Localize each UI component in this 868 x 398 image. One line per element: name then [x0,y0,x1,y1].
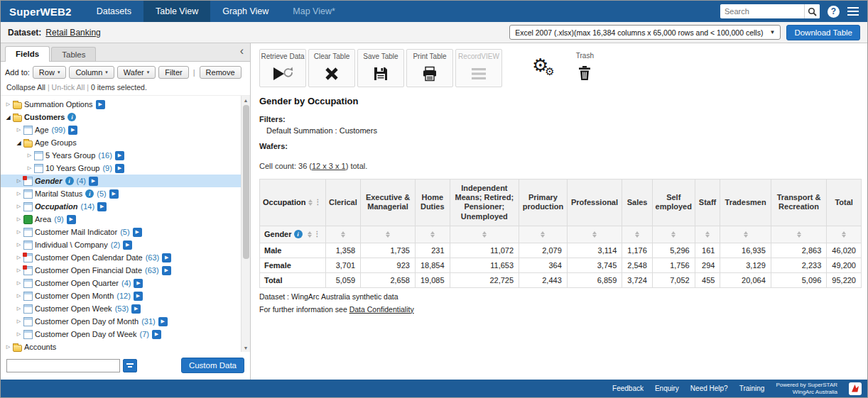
scrollbar-thumb[interactable] [243,105,249,259]
remove-button[interactable]: Remove [200,66,242,79]
column-sort-cell[interactable] [325,226,361,243]
open-field-icon[interactable]: ▶ [89,177,98,186]
open-field-icon[interactable]: ▶ [152,330,161,339]
open-field-icon[interactable]: ▶ [97,202,107,211]
app-logo[interactable]: SuperWEB2 [1,6,85,18]
column-header-home-duties[interactable]: Home Duties [415,179,450,226]
tree-item-label[interactable]: Summation Options [24,100,93,109]
field-filter-button[interactable] [123,359,137,372]
open-field-icon[interactable]: ▶ [158,317,168,326]
expand-icon[interactable]: ▷ [14,293,23,299]
open-field-icon[interactable]: ▶ [96,100,105,109]
open-field-icon[interactable]: ▶ [162,266,171,275]
open-field-icon[interactable]: ▶ [115,151,124,160]
open-field-icon[interactable]: ▶ [68,126,77,135]
tree-item-label[interactable]: Occupation [35,202,78,211]
tree-item-label[interactable]: Customer Open Day of Month [35,317,139,326]
tree-item-customer-open-day-of-week[interactable]: ▷Customer Open Day of Week(7)▶ [1,328,241,341]
tree-item-label[interactable]: Age [35,126,49,134]
scroll-up-icon[interactable]: ▲ [244,96,249,104]
addto-row-button[interactable]: Row▾ [33,66,67,79]
dataset-name-link[interactable]: Retail Banking [45,28,100,38]
table-options-button[interactable]: ⚙ ⚙ [532,49,555,87]
tree-item-age-groups[interactable]: ◢Age Groups [1,136,241,149]
row-header-total[interactable]: Total [260,272,326,287]
tree-item-label[interactable]: Customer Open Week [35,304,112,313]
column-header-transport-recreation[interactable]: Transport & Recreation [771,179,827,226]
tree-item-5-years-group[interactable]: ▷5 Years Group(16)▶ [1,149,241,162]
expand-icon[interactable]: ▷ [14,127,23,133]
tree-item-individual-company[interactable]: ▷Individual \ Company(2)▶ [1,238,241,251]
sort-icon[interactable] [744,231,748,238]
tree-item-age[interactable]: ▷Age(99)▶ [1,123,241,136]
tree-item-accounts[interactable]: ▷Accounts [1,341,241,352]
footer-link-feedback[interactable]: Feedback [612,385,644,392]
sort-icon[interactable] [541,231,545,238]
sort-icon[interactable] [308,199,313,206]
expand-icon[interactable]: ▷ [14,280,23,286]
column-sort-cell[interactable] [450,226,519,243]
menu-dots-icon[interactable]: ⋮ [314,231,321,238]
menu-icon[interactable] [847,7,859,16]
tree-item-label[interactable]: 5 Years Group [45,151,95,160]
tree-item-customer-mail-indicator[interactable]: ▷Customer Mail Indicator(5)▶ [1,226,241,238]
expand-icon[interactable]: ▷ [25,165,34,171]
tree-item-label[interactable]: Area [35,215,51,223]
expand-icon[interactable]: ▷ [4,101,13,107]
tree-item-label[interactable]: Marital Status [35,189,82,198]
expand-icon[interactable]: ▷ [14,204,23,209]
tree-item-customer-open-month[interactable]: ▷Customer Open Month(12)▶ [1,289,241,302]
column-sort-cell[interactable] [567,226,622,243]
tree-item-label[interactable]: Customers [24,113,65,121]
data-confidentiality-link[interactable]: Data Confidentiality [349,305,414,314]
column-header-staff[interactable]: Staff [695,179,720,226]
open-field-icon[interactable]: ▶ [133,228,142,237]
untick-all-link[interactable]: Un-tick All [52,83,85,92]
expand-icon[interactable]: ▷ [14,242,23,248]
retrieve-data-button[interactable]: Retrieve Data [259,49,306,87]
wingarc-logo[interactable] [849,382,862,395]
column-sort-cell[interactable] [361,226,416,243]
save-table-button[interactable]: Save Table [357,49,404,87]
footer-link-training[interactable]: Training [739,385,765,392]
column-header-tradesmen[interactable]: Tradesmen [720,179,771,226]
open-field-icon[interactable]: ▶ [131,304,141,314]
tree-item-customer-open-calendar-date[interactable]: ▷Customer Open Calendar Date(63)▶ [1,251,241,264]
clear-table-button[interactable]: Clear Table [308,49,355,87]
row-field-gender[interactable]: Genderi⋮ [260,226,326,243]
sort-icon[interactable] [430,231,435,238]
collapse-icon[interactable]: ◢ [4,114,13,121]
expand-icon[interactable]: ▷ [14,191,23,197]
tree-item-area[interactable]: ▷Area(9)▶ [1,213,241,226]
sort-icon[interactable] [482,231,487,238]
tab-tables[interactable]: Tables [51,47,96,61]
column-sort-cell[interactable] [695,226,720,243]
info-icon[interactable]: i [85,189,94,198]
nav-tab-graph-view[interactable]: Graph View [210,1,281,22]
column-sort-cell[interactable] [771,226,827,243]
scroll-down-icon[interactable]: ▼ [244,343,249,352]
tree-item-customer-open-financial-date[interactable]: ▷Customer Open Financial Date(63)▶ [1,264,241,277]
column-sort-cell[interactable] [827,226,862,243]
tree-item-customer-open-week[interactable]: ▷Customer Open Week(53)▶ [1,302,241,315]
search-input[interactable] [720,5,804,18]
tree-scrollbar[interactable]: ▲ ▼ [241,96,250,352]
nav-tab-table-view[interactable]: Table View [143,1,210,22]
footer-link-need-help[interactable]: Need Help? [690,385,728,392]
nav-tab-datasets[interactable]: Datasets [85,1,143,22]
sort-icon[interactable] [386,231,390,238]
column-sort-cell[interactable] [652,226,695,243]
column-header-sales[interactable]: Sales [622,179,653,226]
open-field-icon[interactable]: ▶ [67,215,76,224]
sort-icon[interactable] [705,231,710,238]
column-sort-cell[interactable] [415,226,450,243]
open-field-icon[interactable]: ▶ [162,253,171,262]
open-field-icon[interactable]: ▶ [134,292,143,301]
trash-button[interactable]: Trash [576,49,594,87]
expand-icon[interactable]: ▷ [14,229,23,235]
menu-dots-icon[interactable]: ⋮ [315,199,322,206]
column-sort-cell[interactable] [622,226,653,243]
sort-icon[interactable] [842,231,846,238]
tree-item-summation-options[interactable]: ▷Summation Options▶ [1,98,241,111]
open-field-icon[interactable]: ▶ [134,279,143,288]
